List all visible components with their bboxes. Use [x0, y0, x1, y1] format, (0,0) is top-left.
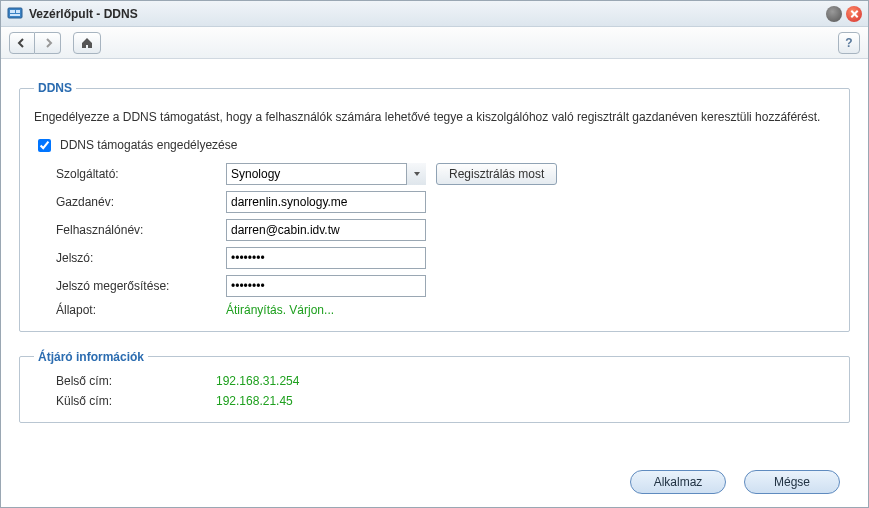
svg-rect-2	[16, 10, 20, 13]
gateway-legend: Átjáró információk	[34, 350, 148, 364]
external-address-value: 192.168.21.45	[216, 394, 835, 408]
internal-address-value: 192.168.31.254	[216, 374, 835, 388]
enable-ddns-label: DDNS támogatás engedélyezése	[60, 138, 237, 152]
register-now-button[interactable]: Regisztrálás most	[436, 163, 557, 185]
svg-rect-1	[10, 10, 15, 13]
home-button[interactable]	[73, 32, 101, 54]
provider-select[interactable]: Synology	[226, 163, 426, 185]
apply-button[interactable]: Alkalmaz	[630, 470, 726, 494]
control-panel-window: Vezérlőpult - DDNS ? DDNS Engedélyezze a…	[0, 0, 869, 508]
app-icon	[7, 6, 23, 22]
forward-button[interactable]	[35, 32, 61, 54]
back-button[interactable]	[9, 32, 35, 54]
provider-label: Szolgáltató:	[56, 167, 216, 181]
ddns-description: Engedélyezze a DDNS támogatást, hogy a f…	[34, 109, 835, 126]
username-label: Felhasználónév:	[56, 223, 216, 237]
password-confirm-input[interactable]	[226, 275, 426, 297]
password-label: Jelszó:	[56, 251, 216, 265]
content-area: DDNS Engedélyezze a DDNS támogatást, hog…	[1, 59, 868, 463]
cancel-button[interactable]: Mégse	[744, 470, 840, 494]
nav-buttons	[9, 32, 61, 54]
toolbar: ?	[1, 27, 868, 59]
help-button[interactable]: ?	[838, 32, 860, 54]
close-icon[interactable]	[846, 6, 862, 22]
titlebar: Vezérlőpult - DDNS	[1, 1, 868, 27]
hostname-input[interactable]	[226, 191, 426, 213]
window-title: Vezérlőpult - DDNS	[29, 7, 826, 21]
status-label: Állapot:	[56, 303, 216, 317]
password-input[interactable]	[226, 247, 426, 269]
ddns-fieldset: DDNS Engedélyezze a DDNS támogatást, hog…	[19, 81, 850, 332]
password-confirm-label: Jelszó megerősítése:	[56, 279, 216, 293]
footer: Alkalmaz Mégse	[1, 463, 868, 507]
enable-ddns-checkbox[interactable]	[38, 139, 51, 152]
status-value: Átirányítás. Várjon...	[226, 303, 426, 317]
gateway-fieldset: Átjáró információk Belső cím: 192.168.31…	[19, 350, 850, 423]
hostname-label: Gazdanév:	[56, 195, 216, 209]
minimize-icon[interactable]	[826, 6, 842, 22]
username-input[interactable]	[226, 219, 426, 241]
internal-address-label: Belső cím:	[56, 374, 216, 388]
ddns-legend: DDNS	[34, 81, 76, 95]
external-address-label: Külső cím:	[56, 394, 216, 408]
svg-rect-3	[10, 14, 20, 16]
